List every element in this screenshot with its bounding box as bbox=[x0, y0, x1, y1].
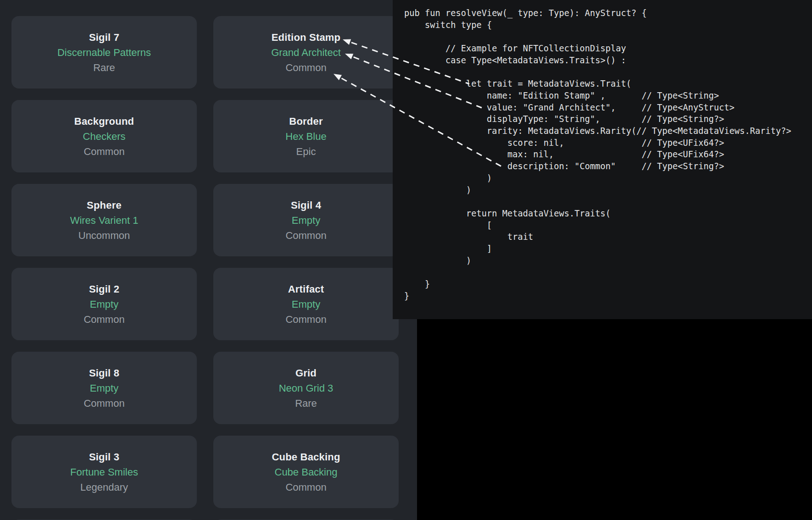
trait-title: Grid bbox=[295, 365, 317, 381]
trait-card: Background Checkers Common bbox=[11, 100, 197, 172]
trait-value: Empty bbox=[292, 213, 320, 228]
trait-card: Edition Stamp Grand Architect Common bbox=[213, 16, 399, 89]
trait-card: Artifact Empty Common bbox=[213, 268, 399, 340]
trait-card: Cube Backing Cube Backing Common bbox=[213, 436, 399, 508]
trait-title: Sigil 4 bbox=[291, 198, 321, 213]
trait-rarity: Common bbox=[285, 60, 326, 75]
trait-rarity: Common bbox=[83, 396, 124, 411]
trait-title: Sigil 7 bbox=[89, 30, 119, 45]
trait-rarity: Epic bbox=[296, 144, 316, 159]
trait-card: Sigil 4 Empty Common bbox=[213, 184, 399, 256]
trait-value: Empty bbox=[292, 297, 320, 312]
trait-rarity: Common bbox=[285, 228, 326, 243]
trait-title: Background bbox=[74, 114, 134, 129]
trait-value: Empty bbox=[90, 381, 118, 396]
trait-rarity: Common bbox=[83, 312, 124, 327]
trait-card: Border Hex Blue Epic bbox=[213, 100, 399, 172]
trait-value: Empty bbox=[90, 297, 118, 312]
trait-value: Grand Architect bbox=[271, 45, 341, 60]
trait-value: Checkers bbox=[83, 129, 126, 144]
traits-grid: Sigil 7 Discernable Patterns Rare Editio… bbox=[11, 16, 399, 520]
trait-card: Sphere Wires Varient 1 Uncommon bbox=[11, 184, 197, 256]
trait-rarity: Common bbox=[83, 144, 124, 159]
trait-rarity: Uncommon bbox=[78, 228, 130, 243]
trait-title: Sphere bbox=[87, 198, 122, 213]
trait-title: Sigil 8 bbox=[89, 365, 119, 381]
trait-rarity: Common bbox=[285, 312, 326, 327]
trait-value: Wires Varient 1 bbox=[70, 213, 139, 228]
trait-card: Sigil 3 Fortune Smiles Legendary bbox=[11, 436, 197, 508]
trait-rarity: Legendary bbox=[80, 480, 128, 495]
trait-rarity: Rare bbox=[93, 60, 115, 75]
trait-value: Neon Grid 3 bbox=[279, 381, 334, 396]
trait-card: Grid Neon Grid 3 Rare bbox=[213, 352, 399, 424]
trait-value: Hex Blue bbox=[285, 129, 326, 144]
trait-title: Cube Backing bbox=[272, 449, 340, 465]
trait-rarity: Rare bbox=[295, 396, 317, 411]
trait-card: Sigil 2 Empty Common bbox=[11, 268, 197, 340]
trait-value: Cube Backing bbox=[275, 465, 338, 480]
trait-value: Discernable Patterns bbox=[57, 45, 151, 60]
nft-traits-panel: Sigil 7 Discernable Patterns Rare Editio… bbox=[0, 0, 417, 520]
cadence-code-panel: pub fun resolveView(_ type: Type): AnySt… bbox=[393, 0, 812, 319]
trait-card: Sigil 8 Empty Common bbox=[11, 352, 197, 424]
trait-title: Border bbox=[289, 114, 323, 129]
trait-card: Sigil 7 Discernable Patterns Rare bbox=[11, 16, 197, 89]
trait-title: Artifact bbox=[288, 282, 324, 297]
code-block: pub fun resolveView(_ type: Type): AnySt… bbox=[393, 0, 812, 302]
trait-value: Fortune Smiles bbox=[70, 465, 138, 480]
trait-title: Edition Stamp bbox=[272, 30, 341, 45]
trait-rarity: Common bbox=[285, 480, 326, 495]
screenshot-root: Sigil 7 Discernable Patterns Rare Editio… bbox=[0, 0, 812, 520]
trait-title: Sigil 3 bbox=[89, 449, 119, 465]
trait-title: Sigil 2 bbox=[89, 282, 119, 297]
